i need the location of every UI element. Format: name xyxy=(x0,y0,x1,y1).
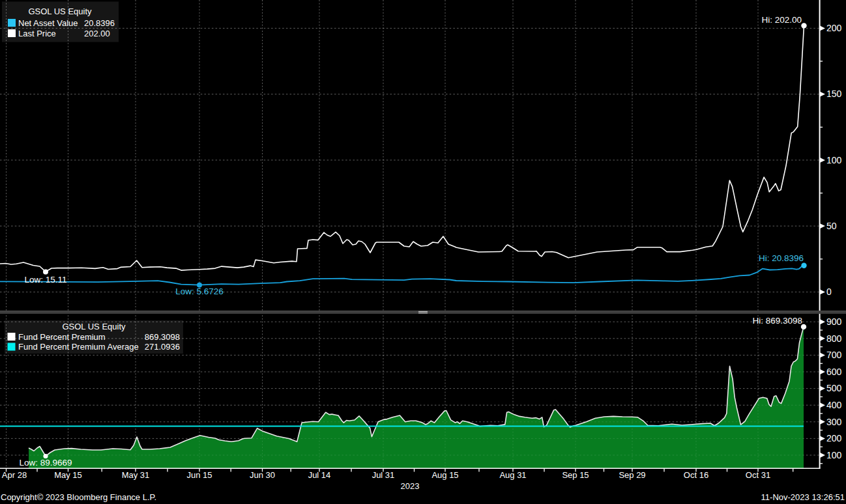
svg-text:0: 0 xyxy=(826,287,832,297)
svg-text:Jul 14: Jul 14 xyxy=(308,470,331,480)
svg-text:May 15: May 15 xyxy=(54,470,82,480)
svg-text:900: 900 xyxy=(826,316,842,327)
svg-text:Hi: 869.3098: Hi: 869.3098 xyxy=(752,316,802,326)
svg-text:150: 150 xyxy=(826,89,842,99)
svg-text:Copyright© 2023 Bloomberg Fina: Copyright© 2023 Bloomberg Finance L.P. xyxy=(1,492,156,502)
svg-text:100: 100 xyxy=(826,450,842,460)
svg-text:Hi: 202.00: Hi: 202.00 xyxy=(761,15,802,25)
svg-text:Low: 15.11: Low: 15.11 xyxy=(24,275,66,285)
svg-text:100: 100 xyxy=(826,155,842,165)
svg-text:GSOL US Equity: GSOL US Equity xyxy=(62,322,126,331)
svg-text:11-Nov-2023 13:26:51: 11-Nov-2023 13:26:51 xyxy=(761,492,845,502)
svg-text:800: 800 xyxy=(826,333,842,344)
svg-text:869.3098: 869.3098 xyxy=(145,332,180,342)
svg-text:20.8396: 20.8396 xyxy=(84,18,115,28)
svg-text:May 31: May 31 xyxy=(122,470,150,480)
svg-text:700: 700 xyxy=(826,350,842,360)
svg-text:GSOL US Equity: GSOL US Equity xyxy=(28,7,92,16)
svg-text:Hi: 20.8396: Hi: 20.8396 xyxy=(759,253,804,263)
svg-text:Fund Percent Premium: Fund Percent Premium xyxy=(18,332,106,342)
svg-text:Oct 16: Oct 16 xyxy=(684,470,708,480)
svg-text:200: 200 xyxy=(826,23,842,33)
svg-text:Fund Percent Premium Average: Fund Percent Premium Average xyxy=(18,342,139,352)
svg-text:202.00: 202.00 xyxy=(84,29,110,38)
svg-text:Aug 15: Aug 15 xyxy=(431,470,458,480)
svg-text:2023: 2023 xyxy=(401,481,420,491)
svg-text:Apr 28: Apr 28 xyxy=(2,470,27,480)
svg-text:Aug 31: Aug 31 xyxy=(499,470,526,480)
svg-text:Oct 31: Oct 31 xyxy=(746,470,770,480)
svg-text:Low: 5.6726: Low: 5.6726 xyxy=(175,287,224,296)
svg-text:Jun 30: Jun 30 xyxy=(250,470,275,480)
svg-text:Net Asset Value: Net Asset Value xyxy=(18,18,78,28)
svg-text:300: 300 xyxy=(826,417,842,427)
svg-text:500: 500 xyxy=(826,383,842,393)
svg-text:Sep 15: Sep 15 xyxy=(562,470,589,480)
svg-text:Last Price: Last Price xyxy=(18,29,56,38)
svg-text:600: 600 xyxy=(826,367,842,377)
svg-text:Sep 29: Sep 29 xyxy=(619,470,645,480)
svg-text:271.0936: 271.0936 xyxy=(145,342,180,352)
svg-text:Low: 89.9669: Low: 89.9669 xyxy=(19,458,72,468)
svg-text:400: 400 xyxy=(826,400,842,410)
svg-text:Jul 31: Jul 31 xyxy=(372,470,395,480)
svg-text:50: 50 xyxy=(826,221,837,231)
svg-text:200: 200 xyxy=(826,433,842,443)
svg-text:Jun 15: Jun 15 xyxy=(186,470,212,480)
